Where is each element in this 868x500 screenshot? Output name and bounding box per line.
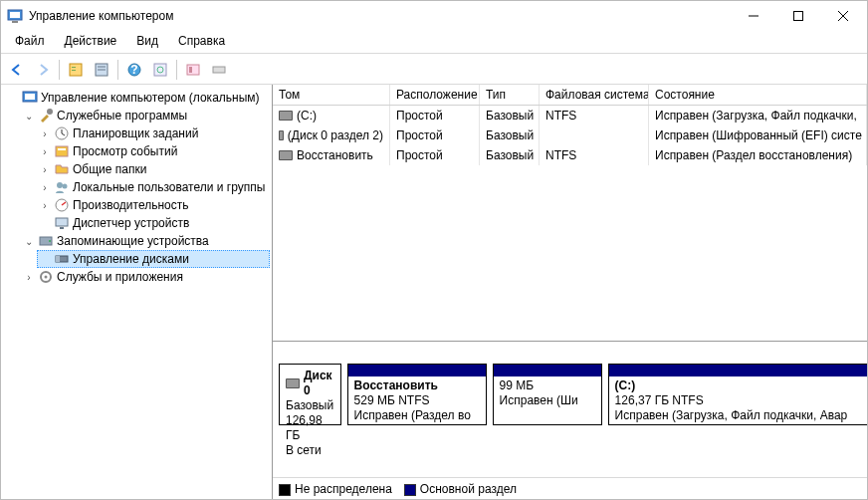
toolbar-separator <box>117 60 118 80</box>
show-hide-tree-button[interactable] <box>64 58 88 82</box>
disk-row[interactable]: Диск 0 Базовый 126,98 ГБ В сети Восстано… <box>279 364 861 425</box>
collapse-icon[interactable]: ⌄ <box>23 235 35 247</box>
svg-rect-25 <box>58 148 66 150</box>
svg-rect-24 <box>56 146 68 156</box>
partition-header <box>494 365 601 376</box>
volume-icon <box>279 111 293 121</box>
right-pane: Том Расположение Тип Файловая система Со… <box>272 85 867 500</box>
computer-icon <box>22 90 38 106</box>
svg-point-32 <box>49 240 51 242</box>
tree-system-tools[interactable]: ⌄ Служебные программы <box>21 107 270 125</box>
volume-row[interactable]: (Диск 0 раздел 2)ПростойБазовыйИсправен … <box>273 125 867 145</box>
svg-rect-17 <box>187 65 199 75</box>
volume-icon <box>279 130 284 140</box>
tree-shared-folders[interactable]: ›Общие папки <box>37 160 270 178</box>
more-button[interactable] <box>207 58 231 82</box>
disk-type: Базовый <box>286 398 334 413</box>
legend: Не распределена Основной раздел <box>273 477 867 500</box>
partition-status: Исправен (Ши <box>500 393 595 408</box>
svg-point-26 <box>57 182 63 188</box>
volume-layout: Простой <box>390 125 480 145</box>
tree-local-users[interactable]: ›Локальные пользователи и группы <box>37 178 270 196</box>
menu-help[interactable]: Справка <box>168 32 235 50</box>
svg-rect-34 <box>56 256 60 262</box>
column-volume[interactable]: Том <box>273 85 390 105</box>
volume-name: (Диск 0 раздел 2) <box>288 128 383 142</box>
legend-primary: Основной раздел <box>404 482 517 496</box>
svg-point-27 <box>63 184 68 189</box>
column-type[interactable]: Тип <box>480 85 540 105</box>
expand-icon[interactable]: › <box>39 199 51 211</box>
column-filesystem[interactable]: Файловая система <box>540 85 649 105</box>
help-button[interactable]: ? <box>122 58 146 82</box>
titlebar: Управление компьютером <box>1 1 867 31</box>
tree-device-manager[interactable]: Диспетчер устройств <box>37 214 270 232</box>
partition[interactable]: Восстановить529 МБ NTFSИсправен (Раздел … <box>347 364 487 425</box>
tree-label: Локальные пользователи и группы <box>73 180 265 194</box>
volume-type: Базовый <box>480 106 540 125</box>
tree-task-scheduler[interactable]: ›Планировщик заданий <box>37 125 270 142</box>
tree-label: Служебные программы <box>57 109 187 123</box>
services-icon <box>38 269 54 285</box>
tree-disk-management[interactable]: Управление дисками <box>37 250 270 268</box>
divider <box>1 53 867 54</box>
tree-services[interactable]: › Службы и приложения <box>21 268 270 286</box>
horizontal-scrollbar[interactable] <box>273 342 867 358</box>
tree-storage[interactable]: ⌄ Запоминающие устройства <box>21 232 270 250</box>
volume-row[interactable]: (C:)ПростойБазовыйNTFSИсправен (Загрузка… <box>273 106 867 125</box>
properties-button[interactable] <box>90 58 113 82</box>
window-title: Управление компьютером <box>29 9 731 23</box>
maximize-button[interactable] <box>775 2 820 30</box>
column-status[interactable]: Состояние <box>649 85 867 105</box>
settings-button[interactable] <box>181 58 205 82</box>
expand-icon[interactable]: › <box>23 271 35 283</box>
expand-icon[interactable]: › <box>39 163 51 175</box>
swatch-black-icon <box>279 484 291 496</box>
minimize-button[interactable] <box>731 2 775 30</box>
tree-performance[interactable]: ›Производительность <box>37 196 270 214</box>
tree-label: Управление компьютером (локальным) <box>41 91 260 105</box>
collapse-icon[interactable]: ⌄ <box>23 110 35 122</box>
expand-icon[interactable]: › <box>39 127 51 139</box>
volume-list[interactable]: Том Расположение Тип Файловая система Со… <box>273 85 867 342</box>
tree-event-viewer[interactable]: ›Просмотр событий <box>37 142 270 160</box>
disk-info[interactable]: Диск 0 Базовый 126,98 ГБ В сети <box>279 364 341 425</box>
tree-root[interactable]: Управление компьютером (локальным) <box>5 89 270 107</box>
menu-action[interactable]: Действие <box>55 32 127 50</box>
column-layout[interactable]: Расположение <box>390 85 480 105</box>
expand-icon[interactable]: › <box>39 145 51 157</box>
svg-rect-1 <box>10 12 20 18</box>
partition-title: Восстановить <box>354 378 480 393</box>
volume-row[interactable]: ВосстановитьПростойБазовыйNTFSИсправен (… <box>273 145 867 165</box>
event-icon <box>54 143 70 159</box>
toolbar-separator <box>176 60 177 80</box>
expand-icon[interactable]: › <box>39 181 51 193</box>
volume-fs <box>540 125 649 145</box>
menubar: Файл Действие Вид Справка <box>1 31 867 51</box>
svg-point-22 <box>47 109 53 115</box>
svg-text:?: ? <box>130 63 137 77</box>
forward-button[interactable] <box>31 58 55 82</box>
tree-label: Просмотр событий <box>73 144 177 158</box>
volume-layout: Простой <box>390 145 480 165</box>
back-button[interactable] <box>5 58 29 82</box>
performance-icon <box>54 197 70 213</box>
tree-label: Планировщик заданий <box>73 126 198 140</box>
partition[interactable]: (C:)126,37 ГБ NTFSИсправен (Загрузка, Фа… <box>608 364 867 425</box>
clock-icon <box>54 125 70 141</box>
close-button[interactable] <box>820 2 865 30</box>
tree-label: Производительность <box>73 198 188 212</box>
volume-name: (C:) <box>297 109 317 123</box>
partition-size: 126,37 ГБ NTFS <box>615 393 867 408</box>
volume-fs: NTFS <box>540 106 649 125</box>
partition[interactable]: 99 МБИсправен (Ши <box>493 364 602 425</box>
app-icon <box>7 8 23 24</box>
menu-file[interactable]: Файл <box>5 32 55 50</box>
menu-view[interactable]: Вид <box>126 32 168 50</box>
svg-rect-21 <box>25 94 35 100</box>
refresh-button[interactable] <box>148 58 172 82</box>
toolbar-separator <box>59 60 60 80</box>
tree-pane[interactable]: Управление компьютером (локальным) ⌄ Слу… <box>1 85 272 500</box>
tree-label: Общие папки <box>73 162 146 176</box>
tools-icon <box>38 108 54 124</box>
